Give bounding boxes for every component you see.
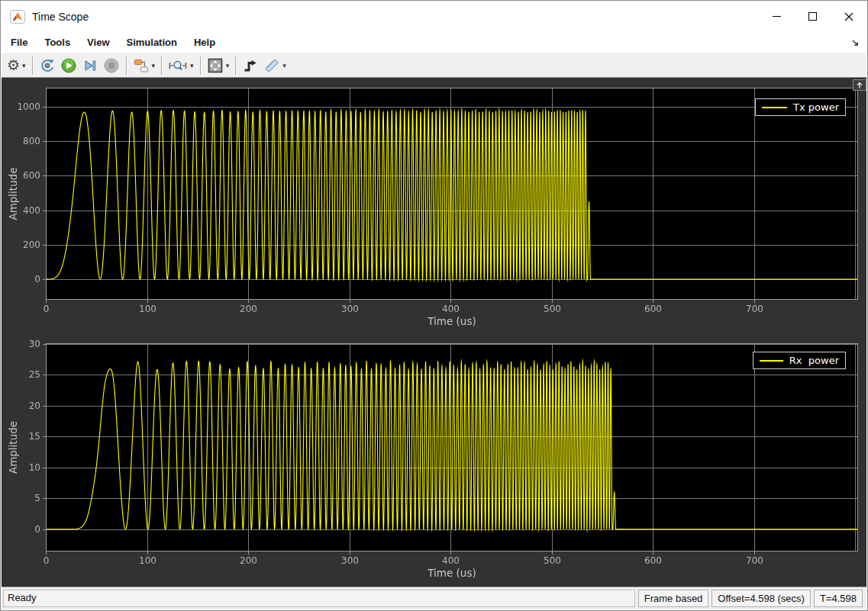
replay-arrows-icon bbox=[39, 57, 56, 74]
menu-simulation[interactable]: Simulation bbox=[118, 31, 186, 53]
stop-icon bbox=[103, 57, 120, 74]
rerun-button[interactable] bbox=[37, 56, 58, 76]
measurements-dropdown-caret: ▾ bbox=[282, 62, 286, 69]
tx-power-plot-canvas[interactable] bbox=[2, 78, 868, 336]
maximize-icon bbox=[808, 12, 817, 21]
toolbar-separator bbox=[32, 56, 33, 75]
legend-line-sample bbox=[760, 360, 783, 362]
minimize-icon bbox=[773, 16, 781, 17]
toolbar: ⚙ ▾ bbox=[2, 53, 866, 78]
status-bar: Ready Frame based Offset=4.598 (secs) T=… bbox=[2, 587, 866, 609]
status-message: Ready bbox=[3, 590, 635, 607]
time-scope-window: Time Scope File Tools View Simulation He… bbox=[0, 0, 868, 611]
toolbar-separator bbox=[126, 56, 127, 75]
legend-rx-power[interactable]: Rx power bbox=[753, 352, 846, 369]
ruler-icon bbox=[263, 57, 280, 74]
signal-selector-dropdown-caret: ▾ bbox=[152, 62, 156, 69]
status-frame-mode: Frame based bbox=[638, 590, 709, 607]
step-forward-button[interactable] bbox=[79, 56, 101, 76]
expand-panel-button[interactable] bbox=[853, 79, 866, 91]
toolbar-separator bbox=[200, 56, 201, 75]
toolbar-separator bbox=[161, 56, 162, 75]
maximize-button[interactable] bbox=[795, 2, 831, 31]
gear-icon: ⚙ bbox=[7, 58, 20, 73]
menu-bar: File Tools View Simulation Help bbox=[2, 31, 866, 53]
menu-help[interactable]: Help bbox=[186, 31, 224, 53]
legend-line-sample bbox=[762, 107, 787, 108]
minimize-button[interactable] bbox=[759, 2, 795, 31]
rx-power-plot-canvas[interactable] bbox=[2, 336, 868, 588]
settings-button[interactable]: ⚙ ▾ bbox=[5, 56, 28, 76]
play-icon bbox=[60, 57, 77, 74]
step-forward-icon bbox=[82, 57, 98, 74]
matlab-logo-icon bbox=[10, 10, 25, 24]
status-time: T=4.598 bbox=[814, 590, 863, 607]
dock-button[interactable] bbox=[848, 36, 862, 50]
legend-tx-power[interactable]: Tx power bbox=[755, 98, 846, 116]
run-button[interactable] bbox=[58, 56, 79, 76]
scope-display-area: Tx power Rx power bbox=[2, 78, 866, 588]
legend-label: Tx power bbox=[793, 101, 839, 113]
close-icon bbox=[844, 12, 853, 21]
stop-button[interactable] bbox=[101, 56, 122, 76]
trigger-button[interactable] bbox=[240, 56, 261, 76]
menu-file[interactable]: File bbox=[2, 31, 36, 53]
toolbar-separator bbox=[235, 56, 236, 75]
measurements-button[interactable]: ▾ bbox=[261, 56, 289, 76]
simulink-blocks-icon bbox=[133, 57, 150, 74]
trigger-icon bbox=[242, 57, 259, 74]
status-offset: Offset=4.598 (secs) bbox=[712, 590, 811, 607]
dock-arrow-icon bbox=[850, 37, 860, 48]
menu-tools[interactable]: Tools bbox=[36, 31, 79, 53]
title-bar: Time Scope bbox=[2, 2, 866, 31]
zoom-x-icon bbox=[168, 57, 188, 74]
fit-to-view-icon bbox=[207, 57, 224, 74]
close-button[interactable] bbox=[831, 2, 866, 31]
window-controls bbox=[759, 2, 866, 31]
zoom-dropdown-caret: ▾ bbox=[190, 62, 194, 69]
window-title: Time Scope bbox=[32, 11, 89, 23]
fit-to-view-button[interactable]: ▾ bbox=[205, 56, 232, 76]
fit-to-view-dropdown-caret: ▾ bbox=[226, 62, 230, 69]
signal-selector-button[interactable]: ▾ bbox=[131, 56, 158, 76]
up-arrow-icon bbox=[855, 81, 864, 89]
settings-dropdown-caret: ▾ bbox=[22, 62, 26, 69]
zoom-x-button[interactable]: ▾ bbox=[166, 56, 196, 76]
menu-view[interactable]: View bbox=[79, 31, 118, 53]
legend-label: Rx power bbox=[789, 355, 839, 366]
